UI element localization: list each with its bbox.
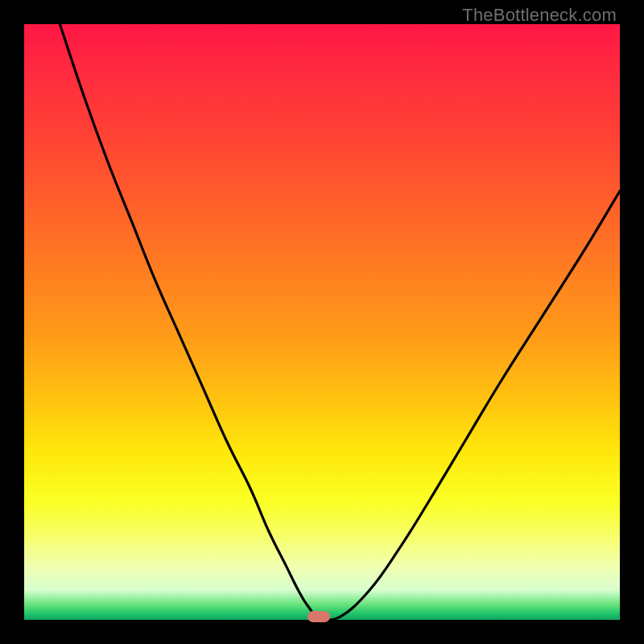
bottleneck-curve bbox=[24, 24, 620, 620]
plot-area bbox=[24, 24, 620, 620]
minimum-marker bbox=[308, 611, 330, 622]
watermark-text: TheBottleneck.com bbox=[462, 5, 617, 26]
chart-frame: TheBottleneck.com bbox=[0, 0, 644, 644]
